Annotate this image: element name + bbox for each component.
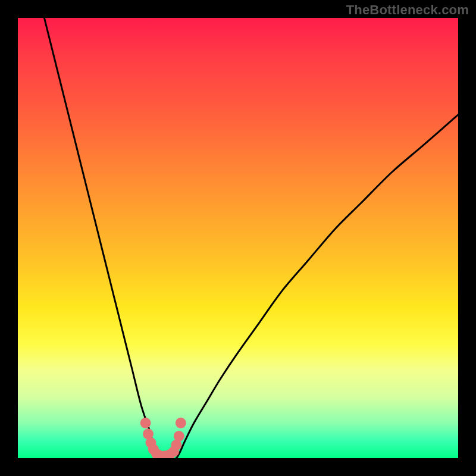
- plot-area: [18, 18, 458, 458]
- chart-frame: TheBottleneck.com: [0, 0, 476, 476]
- chart-svg: [18, 18, 458, 458]
- optimal-marker: [174, 431, 184, 441]
- watermark-text: TheBottleneck.com: [346, 2, 469, 18]
- bottleneck-curve: [44, 18, 458, 458]
- optimal-marker: [140, 418, 151, 428]
- v-curve-path: [44, 18, 458, 458]
- optimal-marker: [176, 418, 186, 428]
